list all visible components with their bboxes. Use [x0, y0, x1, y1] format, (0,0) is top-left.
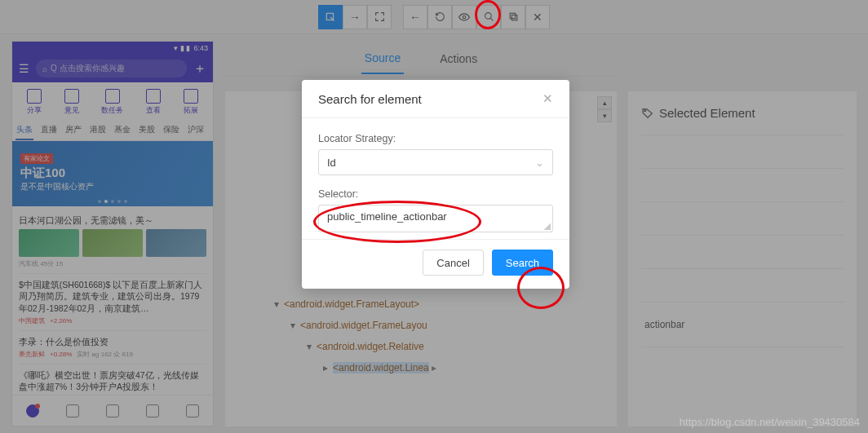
selector-input[interactable]: public_timeline_actionbar	[318, 205, 553, 232]
locator-strategy-value: Id	[327, 157, 336, 169]
search-element-modal: Search for element ✕ Locator Strategy: I…	[302, 80, 569, 289]
search-button[interactable]: Search	[492, 250, 553, 276]
selector-label: Selector:	[318, 188, 553, 200]
watermark: https://blog.csdn.net/weixin_39430584	[680, 416, 860, 428]
chevron-down-icon: ⌄	[535, 157, 544, 169]
selector-value: public_timeline_actionbar	[327, 210, 447, 223]
cancel-button[interactable]: Cancel	[423, 250, 483, 276]
modal-title: Search for element	[318, 92, 422, 106]
locator-strategy-select[interactable]: Id ⌄	[318, 149, 553, 175]
modal-close-button[interactable]: ✕	[542, 91, 553, 106]
locator-strategy-label: Locator Strategy:	[318, 133, 553, 144]
